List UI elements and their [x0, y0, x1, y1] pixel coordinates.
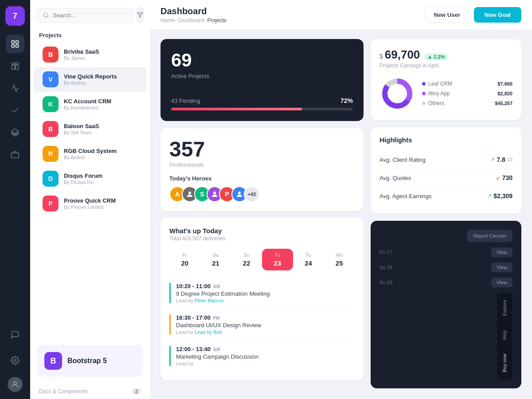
cal-day-today[interactable]: Tu 23: [262, 249, 293, 270]
event-1-title: 9 Degree Project Estimation Meeting: [176, 290, 355, 297]
project-name-disqus: Disqus Forum: [64, 172, 137, 179]
side-tabs-row: Explore Help Buy now: [379, 293, 512, 379]
projects-list: B Briviba SaaS By James V Vine Quick Rep…: [30, 42, 150, 216]
highlight-earnings-value: $2,309: [493, 192, 512, 200]
legend-dot-others: [422, 102, 426, 105]
highlight-rating-label: Avg. Client Rating: [379, 156, 426, 163]
schedule-card: What's up Today Total 424,567 deliveries…: [160, 218, 364, 380]
view-button-3[interactable]: View: [491, 278, 512, 287]
earnings-badge: ▲ 2.2%: [424, 53, 448, 60]
report-center-button[interactable]: Report Cecnter: [467, 230, 512, 242]
svg-line-13: [47, 16, 49, 18]
svg-rect-0: [12, 41, 15, 43]
donut-legend: Leaf CRM $7,660 Mivy App $2,820 Others $…: [422, 81, 512, 106]
project-name-baloon: Baloon SaaS: [64, 123, 137, 129]
nav-chart[interactable]: [6, 79, 24, 98]
highlight-rating-arrow: ↗: [490, 156, 495, 163]
docs-row[interactable]: Docs & Components 2: [30, 384, 150, 399]
svg-point-11: [14, 381, 17, 384]
legend-dot-leaf: [422, 82, 426, 86]
search-input[interactable]: [53, 12, 127, 19]
event-2-lead: Lead by Lead by Bob: [176, 329, 355, 335]
main-area: Dashboard Home- Dashboard- Projects New …: [150, 0, 532, 399]
dark-panel: Report Cecnter Fri 27 View Sa 28 View Su…: [371, 221, 521, 388]
nav-briefcase[interactable]: [6, 145, 24, 164]
highlight-rating-sub: 10: [507, 157, 512, 162]
cal-day-21: Sa 21: [200, 249, 231, 270]
nav-messages[interactable]: [6, 325, 24, 344]
highlight-quotes-val-row: ↙ 730: [496, 174, 512, 181]
highlight-rating-value: 7.8: [497, 156, 505, 163]
header-left: Dashboard Home- Dashboard- Projects: [160, 6, 227, 23]
sidebar-search-area: [30, 0, 150, 27]
report-center-row: Report Cecnter: [379, 230, 512, 242]
project-info-rgb: RGB Cloud System By Andrei: [64, 148, 137, 160]
hero-avatars: A S P +42: [169, 186, 355, 202]
earnings-amount-row: $ 69,700 ▲ 2.2%: [379, 48, 512, 62]
nav-check[interactable]: [6, 101, 24, 120]
svg-point-17: [238, 192, 241, 194]
nav-dashboard[interactable]: [6, 35, 24, 53]
donut-row: Leaf CRM $7,660 Mivy App $2,820 Others $…: [379, 76, 512, 111]
svg-rect-6: [12, 65, 15, 69]
professionals-card: 357 Professionals Today's Heroes A S P: [160, 128, 364, 211]
project-info-briviba: Briviba SaaS By James: [64, 48, 137, 61]
progress-percent: 72%: [340, 97, 353, 104]
tab-explore[interactable]: Explore: [497, 293, 512, 323]
event-3-content: 12:00 - 13:40 AM Marketing Campaign Disc…: [176, 346, 355, 366]
icon-bar: 7: [0, 0, 30, 399]
event-2-lead-link[interactable]: Lead by Bob: [195, 329, 222, 335]
view-button-1[interactable]: View: [491, 247, 512, 257]
project-by-disqus: By Disqus Inc.: [64, 180, 137, 185]
tab-help[interactable]: Help: [497, 323, 512, 347]
tab-buy[interactable]: Buy now: [497, 347, 512, 379]
project-icon-baloon: B: [43, 121, 59, 137]
svg-point-15: [188, 192, 191, 194]
project-by-vine: By Andres: [64, 80, 137, 86]
legend-val-others: $45,257: [495, 101, 512, 106]
sidebar-item-briviba[interactable]: B Briviba SaaS By James: [34, 42, 146, 67]
new-goal-button[interactable]: New Goal: [474, 7, 521, 23]
event-1-time: 10:20 - 11:00 AM: [176, 283, 355, 289]
sidebar-item-rgb[interactable]: R RGB Cloud System By Andrei: [34, 141, 146, 166]
earnings-value: 69,700: [385, 48, 420, 62]
search-icon: [43, 12, 49, 18]
earnings-currency: $: [379, 53, 383, 60]
nav-settings[interactable]: [6, 351, 24, 370]
calendar-row: Fr 20 Sa 21 Su 22 Tu 23: [169, 249, 355, 270]
event-2-content: 16:30 - 17:00 PM Dashboard UI/UX Design …: [176, 314, 355, 335]
highlight-quotes: Avg. Quotes ↙ 730: [379, 169, 512, 187]
left-column: 69 Active Projects 43 Pending 72% 357 Pr…: [160, 39, 364, 390]
svg-rect-5: [16, 63, 19, 65]
dark-row-label3: Su 29: [379, 280, 392, 285]
event-1-lead-link[interactable]: Peter Marcus: [195, 298, 223, 303]
active-projects-card: 69 Active Projects 43 Pending 72%: [160, 39, 364, 121]
highlights-title: Highlights: [379, 136, 512, 144]
sidebar: Projects B Briviba SaaS By James V Vine …: [30, 0, 150, 399]
sidebar-item-vine[interactable]: V Vine Quick Reports By Andres: [34, 67, 146, 92]
donut-chart: [379, 76, 415, 111]
sidebar-item-kc[interactable]: K KC Account CRM By Keenthemes: [34, 92, 146, 117]
event-3-time: 12:00 - 13:40 AM: [176, 346, 355, 352]
highlight-earnings-label: Avg. Agent Earnings: [379, 193, 432, 200]
legend-mivy: Mivy App $2,820: [422, 90, 512, 97]
legend-others: Others $45,257: [422, 100, 512, 106]
nav-grid[interactable]: [6, 57, 24, 75]
view-button-2[interactable]: View: [491, 262, 512, 272]
promo-banner[interactable]: B Bootstrap 5: [37, 345, 143, 377]
user-avatar[interactable]: [8, 377, 23, 392]
filter-button[interactable]: [137, 7, 144, 23]
svg-rect-3: [16, 45, 19, 47]
sidebar-item-disqus[interactable]: D Disqus Forum By Disqus Inc.: [34, 166, 146, 191]
highlight-earnings: Avg. Agent Earnings ↗ $2,309: [379, 187, 512, 205]
user-number-badge[interactable]: 7: [5, 6, 25, 26]
search-box[interactable]: [37, 8, 133, 23]
promo-icon: B: [44, 352, 62, 370]
sidebar-item-proove[interactable]: P Proove Quick CRM By Proove Limited: [34, 191, 146, 216]
active-projects-count: 69: [171, 50, 353, 71]
sidebar-item-baloon[interactable]: B Baloon SaaS By SIA Team: [34, 117, 146, 141]
new-user-button[interactable]: New User: [425, 7, 469, 23]
event-3-lead: Lead by: [176, 361, 355, 366]
nav-layers[interactable]: [6, 123, 24, 142]
legend-leaf: Leaf CRM $7,660: [422, 81, 512, 87]
